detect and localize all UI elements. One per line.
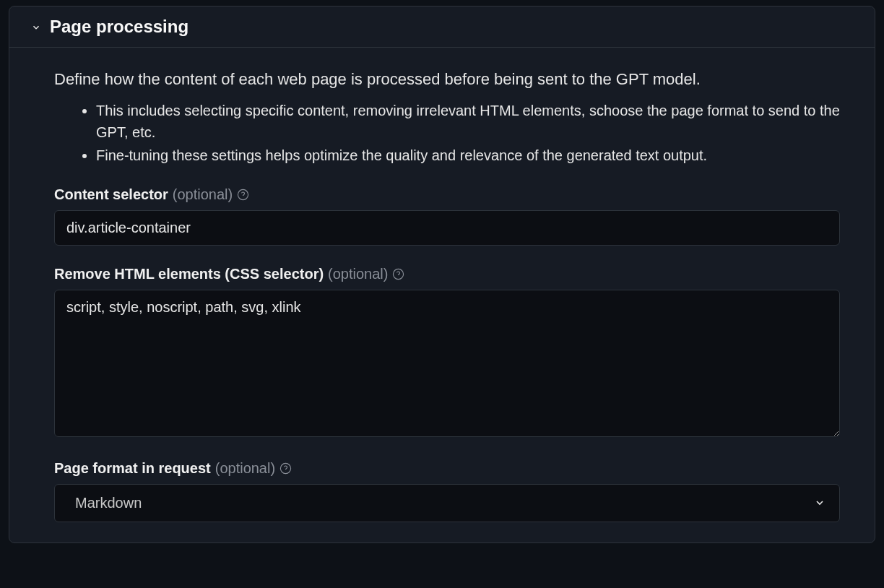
page-format-select[interactable]: Markdown bbox=[54, 484, 840, 522]
field-label-row: Content selector (optional) bbox=[54, 186, 840, 203]
bullet-item: This includes selecting specific content… bbox=[96, 100, 840, 143]
help-icon[interactable] bbox=[237, 189, 249, 201]
panel-description: Define how the content of each web page … bbox=[54, 68, 840, 91]
remove-html-textarea[interactable] bbox=[54, 290, 840, 437]
page-format-field: Page format in request (optional) Markdo… bbox=[54, 460, 840, 522]
optional-indicator: (optional) bbox=[328, 266, 388, 282]
optional-indicator: (optional) bbox=[173, 186, 233, 203]
description-bullets: This includes selecting specific content… bbox=[54, 100, 840, 166]
svg-point-0 bbox=[238, 189, 248, 199]
remove-html-field: Remove HTML elements (CSS selector) (opt… bbox=[54, 266, 840, 440]
content-selector-field: Content selector (optional) bbox=[54, 186, 840, 246]
content-selector-input[interactable] bbox=[54, 210, 840, 246]
field-label-row: Remove HTML elements (CSS selector) (opt… bbox=[54, 266, 840, 282]
field-label-row: Page format in request (optional) bbox=[54, 460, 840, 477]
remove-html-label: Remove HTML elements (CSS selector) bbox=[54, 266, 324, 282]
svg-point-2 bbox=[394, 269, 404, 279]
content-selector-label: Content selector bbox=[54, 186, 168, 203]
panel-body: Define how the content of each web page … bbox=[9, 48, 875, 542]
select-wrapper: Markdown bbox=[54, 484, 840, 522]
panel-header[interactable]: Page processing bbox=[9, 7, 875, 48]
panel-title: Page processing bbox=[50, 17, 188, 37]
svg-point-4 bbox=[281, 463, 291, 473]
page-processing-panel: Page processing Define how the content o… bbox=[9, 6, 875, 543]
chevron-down-icon bbox=[31, 22, 41, 33]
help-icon[interactable] bbox=[280, 462, 292, 475]
page-format-label: Page format in request bbox=[54, 460, 211, 477]
optional-indicator: (optional) bbox=[215, 460, 275, 477]
help-icon[interactable] bbox=[392, 268, 404, 280]
bullet-item: Fine-tuning these settings helps optimiz… bbox=[96, 144, 840, 166]
